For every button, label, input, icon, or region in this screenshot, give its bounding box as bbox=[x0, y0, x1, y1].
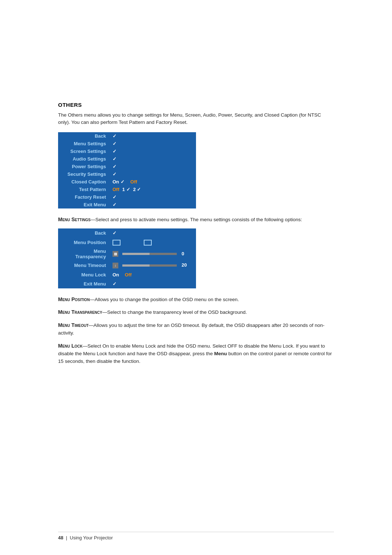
term-menu-lock: Menu Lock bbox=[58, 343, 82, 349]
menu-settings-intro-text: —Select and press to activate menu setti… bbox=[90, 217, 302, 222]
table-row: Security Settings✓ bbox=[58, 170, 196, 178]
row-label: Menu Lock bbox=[58, 270, 109, 279]
term-menu-position: Menu Position bbox=[58, 296, 90, 302]
term-menu-transparency: Menu Transparency bbox=[58, 309, 102, 315]
row-value: ↕ 20 bbox=[109, 260, 196, 270]
row-label: Screen Settings bbox=[58, 147, 109, 155]
row-value: ✓ bbox=[109, 170, 196, 178]
desc-menu-transparency: Menu Transparency—Select to change the t… bbox=[58, 308, 334, 316]
text-menu-timeout: —Allows you to adjust the time for an OS… bbox=[58, 323, 324, 336]
row-value: ✓ bbox=[109, 155, 196, 163]
row-label: Factory Reset bbox=[58, 193, 109, 201]
page-content: Others The Others menu allows you to cha… bbox=[0, 0, 392, 555]
row-label: Test Pattern bbox=[58, 186, 109, 193]
footer-text: Using Your Projector bbox=[70, 535, 113, 540]
row-value: ✓ bbox=[109, 193, 196, 201]
section-intro: The Others menu allows you to change set… bbox=[58, 112, 334, 126]
table-row: Menu Lock On Off bbox=[58, 270, 196, 279]
table-row: Test PatternOff1 ✓2 ✓ bbox=[58, 186, 196, 193]
row-label: Exit Menu bbox=[58, 201, 109, 208]
row-label: Back bbox=[58, 132, 109, 140]
text-menu-transparency: —Select to change the transparency level… bbox=[102, 309, 247, 315]
row-label: Exit Menu bbox=[58, 279, 109, 288]
row-value: ✓ bbox=[109, 279, 196, 288]
table-row: Screen Settings✓ bbox=[58, 147, 196, 155]
page-number: 48 bbox=[58, 535, 63, 540]
row-value: On Off bbox=[109, 270, 196, 279]
row-value bbox=[109, 238, 196, 247]
text-menu-position: —Allows you to change the position of th… bbox=[90, 297, 239, 302]
row-label: Menu Timeout bbox=[58, 260, 109, 270]
table-row: Closed CaptionOn✓Off bbox=[58, 178, 196, 186]
row-label: Menu Transparency bbox=[58, 247, 109, 260]
row-value: ✓ bbox=[109, 228, 196, 238]
table-row: Menu Position bbox=[58, 238, 196, 247]
table-row: Power Settings✓ bbox=[58, 163, 196, 170]
row-value: ✓ bbox=[109, 163, 196, 170]
table-row: Menu Timeout ↕ 20 bbox=[58, 260, 196, 270]
others-menu-table: Back✓Menu Settings✓Screen Settings✓Audio… bbox=[58, 132, 196, 208]
row-label: Power Settings bbox=[58, 163, 109, 170]
page-footer: 48 | Using Your Projector bbox=[58, 532, 334, 540]
term-menu-timeout: Menu Timeout bbox=[58, 322, 89, 328]
section-title: Others bbox=[58, 102, 334, 108]
row-label: Closed Caption bbox=[58, 178, 109, 186]
row-label: Security Settings bbox=[58, 170, 109, 178]
row-value: ✓ bbox=[109, 140, 196, 147]
desc-menu-timeout: Menu Timeout—Allows you to adjust the ti… bbox=[58, 321, 334, 337]
table-row: Exit Menu✓ bbox=[58, 279, 196, 288]
table-row: Back✓ bbox=[58, 132, 196, 140]
menu-settings-intro-para: Menu Settings—Select and press to activa… bbox=[58, 216, 334, 224]
row-value: ✓ bbox=[109, 132, 196, 140]
table-row: Back✓ bbox=[58, 228, 196, 238]
footer-separator: | bbox=[65, 535, 70, 540]
table-row: Menu Transparency ▤ 0 bbox=[58, 247, 196, 260]
row-label: Menu Position bbox=[58, 238, 109, 247]
row-value: Off1 ✓2 ✓ bbox=[109, 186, 196, 193]
desc-menu-position: Menu Position—Allows you to change the p… bbox=[58, 296, 334, 304]
row-value: ✓ bbox=[109, 201, 196, 208]
row-value: ▤ 0 bbox=[109, 247, 196, 260]
table-row: Menu Settings✓ bbox=[58, 140, 196, 147]
row-value: On✓Off bbox=[109, 178, 196, 186]
row-value: ✓ bbox=[109, 147, 196, 155]
row-label: Audio Settings bbox=[58, 155, 109, 163]
row-label: Back bbox=[58, 228, 109, 238]
table-row: Audio Settings✓ bbox=[58, 155, 196, 163]
menu-settings-term: Menu Settings bbox=[58, 216, 90, 222]
menu-settings-table: Back✓Menu Position Menu Transparency ▤ 0… bbox=[58, 228, 196, 288]
text-menu-lock: —Select On to enable Menu Lock and hide … bbox=[58, 343, 332, 364]
table-row: Exit Menu✓ bbox=[58, 201, 196, 208]
table-row: Factory Reset✓ bbox=[58, 193, 196, 201]
desc-menu-lock: Menu Lock—Select On to enable Menu Lock … bbox=[58, 342, 334, 365]
row-label: Menu Settings bbox=[58, 140, 109, 147]
descriptions-container: Menu Position—Allows you to change the p… bbox=[58, 296, 334, 365]
